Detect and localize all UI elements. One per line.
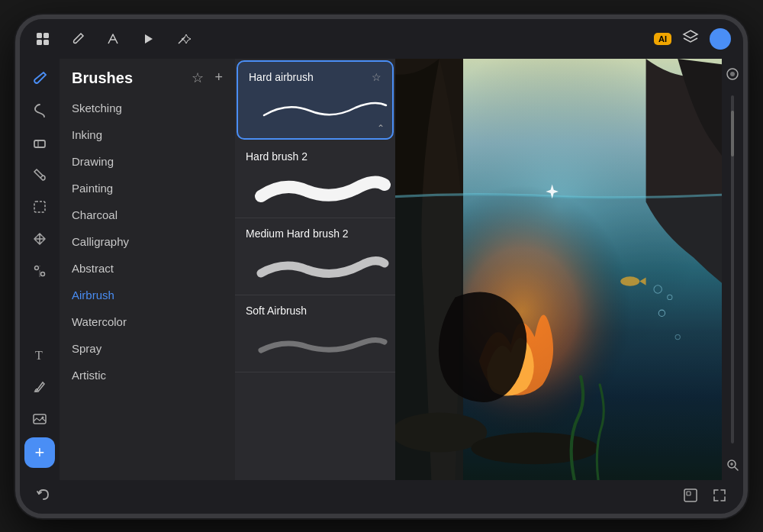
brush-panel-actions: ☆ + — [192, 69, 223, 86]
smudge-tool-icon[interactable] — [102, 28, 124, 50]
right-sidebar — [722, 59, 743, 480]
device-frame: AI — [15, 15, 748, 518]
category-airbrush[interactable]: Airbrush — [60, 282, 235, 308]
adjustment-tool-btn[interactable] — [26, 257, 53, 285]
top-bar-left — [32, 28, 194, 50]
svg-rect-3 — [43, 40, 49, 45]
category-spray[interactable]: Spray — [60, 335, 235, 362]
category-sketching[interactable]: Sketching — [60, 95, 235, 121]
svg-point-16 — [471, 432, 598, 464]
category-watercolor[interactable]: Watercolor — [60, 308, 235, 335]
add-brush-icon[interactable]: + — [214, 69, 223, 86]
canvas-scroll-track[interactable] — [731, 95, 734, 443]
grid-icon[interactable] — [32, 28, 53, 50]
artwork-svg — [395, 59, 722, 480]
reference-btn[interactable] — [682, 487, 699, 507]
brush-list-panel: Hard airbrush ☆ ⌃ Hard brush 2 — [235, 59, 395, 480]
eraser-tool-btn[interactable] — [26, 129, 53, 156]
brush-tool-icon[interactable] — [67, 28, 89, 50]
smudge-tool-btn[interactable] — [26, 97, 53, 124]
transform-tool-btn[interactable] — [26, 225, 53, 253]
category-drawing[interactable]: Drawing — [60, 148, 235, 175]
bottom-bar — [20, 480, 743, 514]
user-avatar[interactable] — [710, 28, 731, 50]
svg-point-7 — [41, 272, 45, 276]
canvas-area[interactable] — [395, 59, 722, 480]
brush-item-header-1: Hard airbrush ☆ — [249, 71, 382, 83]
svg-rect-2 — [37, 40, 42, 45]
main-area: T + Brushes — [20, 59, 743, 480]
brush-name-4: Soft Airbrush — [246, 305, 307, 317]
brush-preview-4 — [246, 323, 385, 363]
artwork — [395, 59, 722, 480]
brush-item-soft-airbrush[interactable]: Soft Airbrush — [235, 295, 395, 372]
pen-tool-btn[interactable] — [26, 373, 53, 401]
category-painting[interactable]: Painting — [60, 175, 235, 202]
bottom-bar-right — [682, 487, 728, 507]
category-abstract[interactable]: Abstract — [60, 255, 235, 282]
zoom-icon[interactable] — [723, 456, 742, 474]
image-tool-btn[interactable] — [26, 405, 53, 433]
brush-categories-list: Sketching Inking Drawing Painting Charco… — [60, 95, 235, 480]
brush-favorite-1[interactable]: ☆ — [372, 71, 382, 83]
undo-btn[interactable] — [35, 486, 52, 507]
brush-item-hard-brush2[interactable]: Hard brush 2 — [235, 141, 395, 218]
svg-point-17 — [620, 276, 639, 285]
svg-text:T: T — [35, 349, 43, 362]
fill-tool-btn[interactable] — [26, 161, 53, 189]
category-charcoal[interactable]: Charcoal — [60, 202, 235, 228]
brush-tool-btn[interactable] — [26, 65, 53, 92]
canvas-scroll-thumb[interactable] — [731, 111, 734, 156]
svg-point-23 — [730, 72, 735, 76]
brush-item-header-4: Soft Airbrush — [246, 305, 385, 317]
brush-preview-3 — [246, 246, 385, 285]
top-bar: AI — [20, 19, 743, 59]
favorite-icon[interactable]: ☆ — [192, 69, 204, 86]
category-inking[interactable]: Inking — [60, 121, 235, 148]
brush-name-3: Medium Hard brush 2 — [246, 227, 349, 240]
brush-preview-1 — [249, 89, 382, 129]
ai-badge: AI — [654, 33, 671, 45]
left-toolbar: T + — [20, 59, 60, 480]
category-artistic[interactable]: Artistic — [60, 362, 235, 389]
svg-rect-26 — [687, 492, 691, 495]
brush-expand-icon-1[interactable]: ⌃ — [377, 123, 385, 134]
brush-name-1: Hard airbrush — [249, 71, 314, 83]
brush-item-hard-airbrush[interactable]: Hard airbrush ☆ ⌃ — [237, 60, 394, 140]
brush-item-header-2: Hard brush 2 — [246, 150, 385, 163]
brush-item-medium-hard[interactable]: Medium Hard brush 2 — [235, 218, 395, 295]
brush-preview-2 — [246, 169, 385, 208]
brush-item-header-3: Medium Hard brush 2 — [246, 227, 385, 240]
layers-icon[interactable] — [682, 29, 699, 48]
fullscreen-btn[interactable] — [711, 487, 728, 507]
layers-right-icon[interactable] — [723, 65, 742, 83]
svg-rect-4 — [34, 140, 45, 147]
plus-icon: + — [35, 443, 45, 463]
svg-rect-5 — [34, 202, 45, 212]
svg-point-6 — [35, 266, 39, 269]
magic-wand-icon[interactable] — [172, 28, 194, 50]
brush-panel-title: Brushes — [72, 69, 133, 87]
top-bar-right: AI — [654, 28, 731, 50]
svg-rect-1 — [43, 33, 49, 38]
brush-panel-header: Brushes ☆ + — [60, 59, 235, 95]
svg-point-10 — [42, 416, 44, 418]
add-layer-btn[interactable]: + — [24, 437, 55, 468]
text-tool-btn[interactable]: T — [26, 341, 53, 369]
play-icon[interactable] — [137, 28, 159, 50]
brush-name-2: Hard brush 2 — [246, 150, 307, 163]
category-calligraphy[interactable]: Calligraphy — [60, 228, 235, 255]
svg-rect-0 — [37, 33, 42, 38]
brush-categories-panel: Brushes ☆ + Sketching Inking Drawing Pai… — [60, 59, 235, 480]
selection-tool-btn[interactable] — [26, 193, 53, 221]
